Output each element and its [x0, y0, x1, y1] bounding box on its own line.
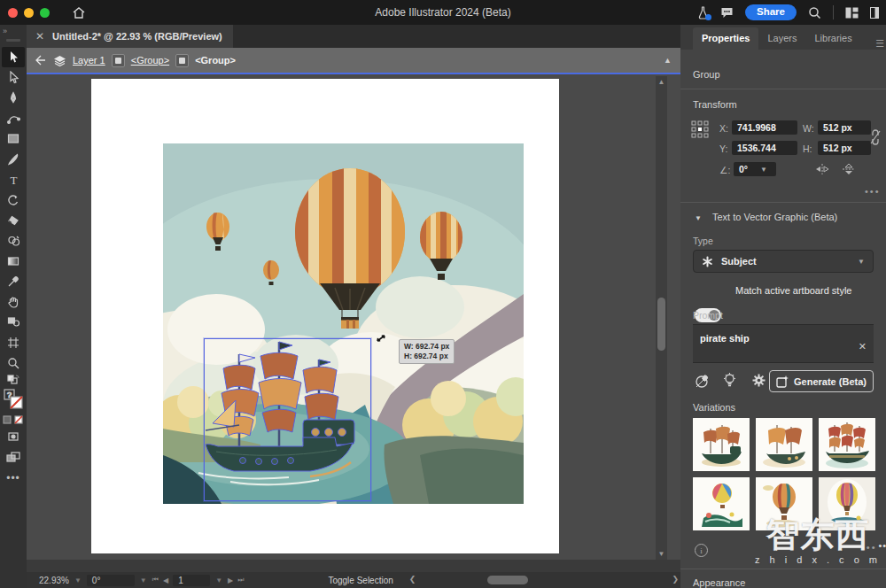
selection-bounding-box[interactable]	[204, 338, 371, 501]
chevron-down-icon: ▼	[760, 166, 767, 174]
group-thumbnail-icon	[112, 54, 125, 67]
flip-horizontal-icon[interactable]	[815, 163, 829, 175]
tab-properties[interactable]: Properties	[693, 27, 758, 50]
artboard-dropdown-icon[interactable]: ▼	[215, 576, 222, 584]
tool-type[interactable]: T	[2, 169, 25, 190]
share-button[interactable]: Share	[745, 4, 797, 20]
first-artboard-icon[interactable]: ⏮	[152, 576, 159, 584]
tool-pen[interactable]	[2, 88, 25, 108]
tool-selection[interactable]	[2, 47, 25, 67]
generate-button[interactable]: Generate (Beta)	[769, 370, 874, 392]
menu-divider	[833, 5, 834, 19]
tool-paintbrush[interactable]	[2, 149, 25, 169]
scroll-up-icon[interactable]: ▲	[657, 78, 665, 86]
tab-libraries[interactable]: Libraries	[805, 27, 860, 50]
draw-mode-icon[interactable]	[2, 426, 25, 446]
tool-curvature[interactable]	[2, 108, 25, 128]
suggestions-lightbulb-icon[interactable]	[723, 373, 736, 389]
controlbar-collapse-icon[interactable]: ▲	[664, 56, 672, 65]
generate-icon	[776, 375, 789, 388]
swap-fill-stroke-icon[interactable]	[2, 373, 25, 387]
w-input[interactable]: 512 px	[818, 120, 871, 135]
section-collapse-icon[interactable]: ▼	[695, 214, 702, 222]
screen-mode-icon[interactable]	[2, 446, 25, 467]
toolbar-collapse-icon[interactable]: »	[3, 27, 6, 35]
beta-flask-icon[interactable]	[697, 6, 709, 19]
zoom-dropdown-icon[interactable]: ▼	[74, 576, 82, 584]
feedback-icon[interactable]	[720, 6, 734, 19]
panel-menu-icon[interactable]: ☰	[875, 38, 886, 50]
h-input[interactable]: 512 px	[818, 141, 871, 155]
scroll-down-icon[interactable]: ▼	[657, 550, 665, 558]
tool-hand[interactable]	[2, 291, 25, 312]
document-tab[interactable]: ✕ Untitled-2* @ 22.93 % (RGB/Preview)	[27, 25, 233, 48]
horizontal-scroll-thumb[interactable]	[487, 576, 528, 584]
color-controls[interactable]	[2, 414, 25, 426]
variations-more-icon[interactable]: •••	[861, 542, 877, 553]
panel-divider	[680, 569, 886, 569]
panel-tab-bar: Properties Layers Libraries ☰	[680, 25, 886, 50]
tool-artboard[interactable]	[2, 332, 25, 352]
tool-eraser[interactable]	[2, 210, 25, 230]
artboard-number[interactable]: 1	[173, 575, 210, 586]
flip-vertical-icon[interactable]	[842, 163, 856, 175]
tool-direct-selection[interactable]	[2, 67, 25, 88]
constrain-proportions-icon[interactable]	[869, 129, 882, 145]
prompt-input[interactable]: pirate ship ✕	[693, 324, 874, 363]
tool-shaper-group[interactable]	[2, 312, 25, 332]
type-select[interactable]: Subject ▼	[693, 250, 874, 273]
variation-thumb-balloon-2[interactable]	[756, 477, 812, 530]
x-label: X:	[719, 123, 728, 134]
tool-eyedropper[interactable]	[2, 271, 25, 291]
back-arrow-icon[interactable]	[35, 55, 47, 66]
toolbar-drag-handle[interactable]	[6, 39, 20, 42]
breadcrumb-group[interactable]: <Group>	[131, 55, 169, 66]
tab-close-icon[interactable]: ✕	[35, 30, 44, 43]
info-icon[interactable]: i	[695, 544, 708, 557]
x-input[interactable]: 741.9968	[732, 120, 797, 135]
next-artboard-icon[interactable]: ▶	[228, 576, 234, 584]
reference-point-selector[interactable]	[691, 120, 709, 138]
style-picker-icon[interactable]	[695, 374, 711, 389]
search-icon[interactable]	[808, 6, 821, 19]
toolbar-more-icon[interactable]: •••	[6, 472, 20, 484]
variation-thumb-balloon-1[interactable]	[693, 477, 750, 530]
y-input[interactable]: 1536.744	[732, 141, 797, 155]
zoom-level[interactable]: 22.93%	[39, 576, 69, 585]
resize-cursor-icon	[376, 332, 390, 346]
transform-more-options-icon[interactable]: •••	[865, 186, 881, 197]
tool-shape-builder[interactable]	[2, 230, 25, 251]
scroll-left-icon[interactable]: ❮	[409, 575, 416, 584]
prev-artboard-icon[interactable]: ◀	[163, 576, 169, 584]
variation-thumb-ship-1[interactable]	[693, 418, 750, 471]
clear-prompt-icon[interactable]: ✕	[859, 341, 867, 352]
horizontal-scrollbar[interactable]: ❮ ❯	[409, 574, 680, 586]
panel-layout-icon[interactable]	[870, 7, 879, 19]
layers-stack-icon	[53, 55, 66, 66]
chevron-down-icon: ▼	[858, 258, 865, 266]
fill-stroke-swatch[interactable]: ?	[2, 387, 25, 414]
tool-zoom[interactable]	[2, 352, 25, 373]
workspace-switcher-icon[interactable]	[845, 7, 859, 19]
angle-select[interactable]: 0°▼	[734, 162, 776, 176]
scroll-right-icon[interactable]: ❯	[672, 575, 679, 584]
tool-gradient[interactable]	[2, 251, 25, 271]
breadcrumb-layer[interactable]: Layer 1	[73, 55, 105, 66]
generation-settings-gear-icon[interactable]	[751, 373, 766, 388]
tool-rotate[interactable]	[2, 190, 25, 210]
properties-panel: Properties Layers Libraries ☰ Group Tran…	[680, 25, 886, 588]
tab-layers[interactable]: Layers	[758, 27, 805, 50]
last-artboard-icon[interactable]: ⏭	[237, 576, 245, 584]
variation-thumb-ship-3[interactable]	[819, 418, 875, 471]
rotation-value[interactable]: 0°	[87, 575, 135, 586]
canvas-area[interactable]: W: 692.74 px H: 692.74 px ▲ ▼	[27, 76, 668, 560]
group-thumbnail-icon	[175, 54, 189, 67]
toggle-label: Match active artboard style	[735, 285, 851, 296]
variation-thumb-ship-2[interactable]	[756, 418, 812, 471]
vertical-scroll-thumb[interactable]	[657, 298, 665, 351]
tooltip-width: W: 692.74 px	[404, 342, 449, 352]
rotation-dropdown-icon[interactable]: ▼	[140, 576, 147, 584]
variation-thumb-balloon-3[interactable]	[819, 477, 875, 530]
tool-rectangle[interactable]	[2, 128, 25, 149]
vertical-scrollbar[interactable]: ▲ ▼	[656, 76, 667, 560]
